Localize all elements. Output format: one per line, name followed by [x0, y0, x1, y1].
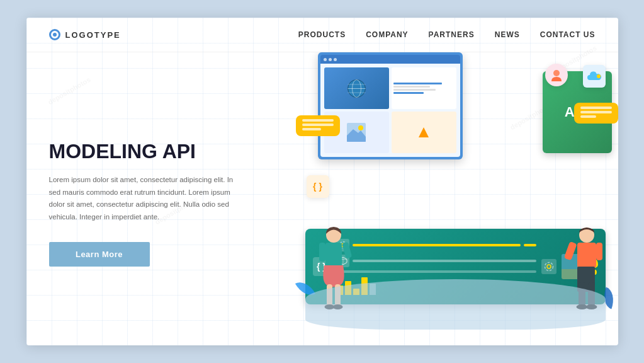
chat-line-4: [580, 107, 612, 109]
chat-line-5: [580, 111, 612, 113]
browser-content: [320, 64, 460, 157]
main-nav: PRODUCTS COMPANY PARTNERS NEWS CONTACT U…: [298, 30, 596, 39]
globe-cell: [324, 67, 389, 109]
svg-rect-32: [565, 241, 577, 260]
svg-point-21: [545, 263, 553, 271]
right-panel-illustration: API { }: [293, 52, 618, 342]
browser-dot-2: [329, 58, 332, 61]
triangle-cell: [392, 112, 456, 153]
svg-rect-25: [342, 242, 352, 259]
learn-more-button[interactable]: Learn More: [49, 242, 150, 267]
hero-description: Lorem ipsum dolor sit amet, consectetur …: [49, 174, 238, 223]
main-content: MODELING API Lorem ipsum dolor sit amet,…: [26, 52, 618, 342]
chat-line-2: [302, 124, 334, 126]
browser-dot-3: [334, 58, 337, 61]
logo-area: LOGOTYPE: [49, 29, 121, 40]
browser-window: [318, 52, 463, 159]
nav-company[interactable]: COMPANY: [366, 30, 408, 39]
progress-bar-3: [353, 260, 536, 262]
svg-rect-24: [319, 243, 325, 262]
header: LOGOTYPE PRODUCTS COMPANY PARTNERS NEWS …: [26, 18, 618, 52]
svg-rect-33: [596, 243, 602, 260]
nav-partners[interactable]: PARTNERS: [429, 30, 475, 39]
chat-line-1: [302, 119, 334, 122]
browser-dot-1: [324, 58, 327, 61]
logo-text: LOGOTYPE: [65, 30, 121, 40]
nav-contact[interactable]: CONTACT US: [540, 30, 596, 39]
page-card: depositphotos depositphotos depositphoto…: [26, 18, 618, 345]
chat-line-6: [580, 115, 596, 118]
svg-point-40: [553, 70, 560, 76]
chat-line-3: [302, 128, 321, 130]
nav-products[interactable]: PRODUCTS: [298, 30, 346, 39]
chat-bubble-right: [574, 103, 618, 124]
progress-bar-2: [524, 244, 536, 246]
hero-title: MODELING API: [49, 141, 270, 163]
nav-news[interactable]: NEWS: [495, 30, 520, 39]
svg-point-39: [597, 74, 601, 78]
logo-icon: [49, 29, 60, 40]
svg-rect-31: [577, 243, 596, 268]
progress-bar-1: [353, 244, 521, 246]
bracket-symbol: { }: [313, 182, 322, 192]
cloud-icon: [583, 65, 606, 88]
browser-bar: [320, 55, 460, 64]
chat-bubble-left: [296, 115, 340, 136]
chart-bar-1: [337, 270, 536, 273]
svg-point-12: [358, 125, 363, 130]
bracket-float-icon: { }: [307, 175, 329, 198]
left-panel: MODELING API Lorem ipsum dolor sit amet,…: [26, 52, 293, 342]
code-cell: [392, 67, 456, 109]
svg-point-20: [547, 265, 551, 268]
svg-marker-13: [419, 127, 429, 137]
svg-rect-23: [325, 243, 342, 267]
user-avatar-icon: [545, 64, 568, 86]
gear-icon: [541, 259, 556, 274]
cloud-base: [305, 279, 606, 330]
